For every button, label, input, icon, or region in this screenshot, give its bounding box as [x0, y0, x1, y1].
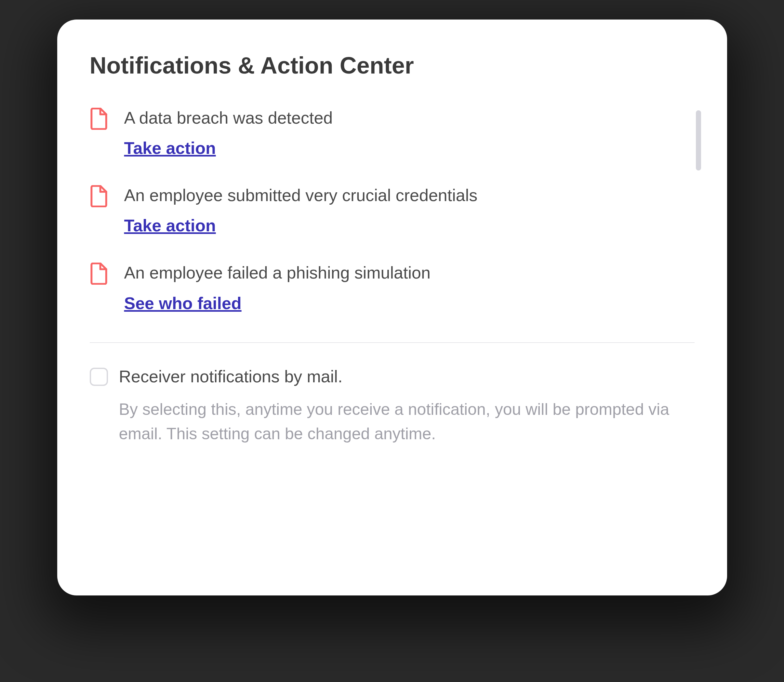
setting-description: By selecting this, anytime you receive a… — [119, 397, 688, 446]
mail-notifications-checkbox[interactable] — [90, 368, 108, 386]
notification-text: An employee failed a phishing simulation — [124, 261, 431, 284]
notification-body: An employee failed a phishing simulation… — [124, 261, 431, 313]
file-alert-icon — [90, 108, 108, 130]
mail-setting-row: Receiver notifications by mail. By selec… — [90, 366, 708, 446]
see-who-failed-link[interactable]: See who failed — [124, 293, 242, 313]
file-alert-icon — [90, 263, 108, 285]
divider — [90, 342, 695, 343]
notification-item: An employee failed a phishing simulation… — [90, 261, 682, 313]
file-alert-icon — [90, 185, 108, 207]
take-action-link[interactable]: Take action — [124, 216, 216, 235]
setting-label: Receiver notifications by mail. — [119, 366, 688, 388]
card-title: Notifications & Action Center — [90, 52, 708, 79]
notification-item: A data breach was detected Take action — [90, 107, 682, 158]
take-action-link[interactable]: Take action — [124, 138, 216, 158]
notification-text: A data breach was detected — [124, 107, 333, 129]
notification-body: An employee submitted very crucial crede… — [124, 184, 478, 235]
setting-body: Receiver notifications by mail. By selec… — [119, 366, 688, 446]
scrollbar-thumb[interactable] — [696, 110, 701, 170]
notification-body: A data breach was detected Take action — [124, 107, 333, 158]
notification-list: A data breach was detected Take action A… — [90, 107, 708, 313]
notification-text: An employee submitted very crucial crede… — [124, 184, 478, 207]
notifications-card: Notifications & Action Center A data bre… — [57, 19, 727, 596]
notification-item: An employee submitted very crucial crede… — [90, 184, 682, 235]
